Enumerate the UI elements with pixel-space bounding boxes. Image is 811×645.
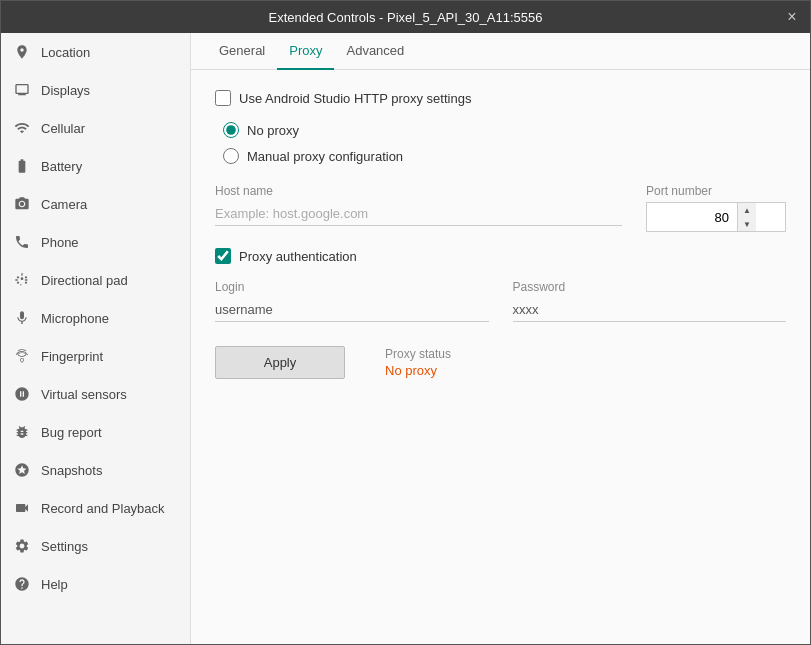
manual-proxy-label: Manual proxy configuration: [247, 149, 403, 164]
sidebar-item-record-playback[interactable]: Record and Playback: [1, 489, 190, 527]
record-icon: [13, 499, 31, 517]
manual-proxy-row: Manual proxy configuration: [223, 148, 786, 164]
use-android-studio-label: Use Android Studio HTTP proxy settings: [239, 91, 471, 106]
fingerprint-icon: [13, 347, 31, 365]
sidebar-item-cellular[interactable]: Cellular: [1, 109, 190, 147]
sidebar-label-snapshots: Snapshots: [41, 463, 102, 478]
microphone-icon: [13, 309, 31, 327]
port-decrement-button[interactable]: ▼: [738, 217, 756, 231]
sidebar-label-cellular: Cellular: [41, 121, 85, 136]
no-proxy-row: No proxy: [223, 122, 786, 138]
no-proxy-label: No proxy: [247, 123, 299, 138]
status-label: Proxy status: [385, 347, 451, 361]
login-value: username: [215, 298, 489, 322]
sidebar-item-battery[interactable]: Battery: [1, 147, 190, 185]
sidebar-label-settings: Settings: [41, 539, 88, 554]
port-label: Port number: [646, 184, 786, 198]
tab-advanced[interactable]: Advanced: [334, 33, 416, 70]
proxy-type-group: No proxy Manual proxy configuration: [223, 122, 786, 164]
port-group: Port number ▲ ▼: [646, 184, 786, 232]
apply-status-row: Apply Proxy status No proxy: [215, 346, 786, 379]
settings-icon: [13, 537, 31, 555]
hostname-group: Host name Example: host.google.com: [215, 184, 622, 226]
password-value: xxxx: [513, 298, 787, 322]
location-icon: [13, 43, 31, 61]
sidebar-label-virtual-sensors: Virtual sensors: [41, 387, 127, 402]
host-value: Example: host.google.com: [215, 202, 622, 226]
battery-icon: [13, 157, 31, 175]
sidebar-label-location: Location: [41, 45, 90, 60]
host-label: Host name: [215, 184, 622, 198]
close-button[interactable]: ×: [782, 7, 802, 27]
sidebar-item-bug-report[interactable]: Bug report: [1, 413, 190, 451]
port-input[interactable]: [647, 206, 737, 229]
status-value: No proxy: [385, 363, 451, 378]
proxy-auth-label: Proxy authentication: [239, 249, 357, 264]
port-increment-button[interactable]: ▲: [738, 203, 756, 217]
main-panel: General Proxy Advanced Use Android Studi…: [191, 33, 810, 644]
port-spinners: ▲ ▼: [737, 203, 756, 231]
proxy-status-group: Proxy status No proxy: [385, 347, 451, 378]
sidebar-item-snapshots[interactable]: Snapshots: [1, 451, 190, 489]
dpad-icon: [13, 271, 31, 289]
sidebar-item-virtual-sensors[interactable]: Virtual sensors: [1, 375, 190, 413]
sidebar-label-record-playback: Record and Playback: [41, 501, 165, 516]
port-input-wrapper: ▲ ▼: [646, 202, 786, 232]
sidebar-item-microphone[interactable]: Microphone: [1, 299, 190, 337]
sidebar-item-displays[interactable]: Displays: [1, 71, 190, 109]
sidebar-item-camera[interactable]: Camera: [1, 185, 190, 223]
sidebar-label-dpad: Directional pad: [41, 273, 128, 288]
sidebar-label-battery: Battery: [41, 159, 82, 174]
displays-icon: [13, 81, 31, 99]
help-icon: [13, 575, 31, 593]
sidebar: Location Displays Cellular Battery: [1, 33, 191, 644]
sidebar-label-bug-report: Bug report: [41, 425, 102, 440]
sidebar-item-settings[interactable]: Settings: [1, 527, 190, 565]
proxy-auth-row: Proxy authentication: [215, 248, 786, 264]
host-port-row: Host name Example: host.google.com Port …: [215, 184, 786, 232]
tab-proxy[interactable]: Proxy: [277, 33, 334, 70]
sidebar-label-microphone: Microphone: [41, 311, 109, 326]
no-proxy-radio[interactable]: [223, 122, 239, 138]
apply-button[interactable]: Apply: [215, 346, 345, 379]
sidebar-label-phone: Phone: [41, 235, 79, 250]
titlebar: Extended Controls - Pixel_5_API_30_A11:5…: [1, 1, 810, 33]
extended-controls-window: Extended Controls - Pixel_5_API_30_A11:5…: [0, 0, 811, 645]
camera-icon: [13, 195, 31, 213]
sidebar-label-displays: Displays: [41, 83, 90, 98]
cellular-icon: [13, 119, 31, 137]
sidebar-item-location[interactable]: Location: [1, 33, 190, 71]
sidebar-label-fingerprint: Fingerprint: [41, 349, 103, 364]
proxy-panel: Use Android Studio HTTP proxy settings N…: [191, 70, 810, 644]
snapshots-icon: [13, 461, 31, 479]
password-label: Password: [513, 280, 787, 294]
login-group: Login username: [215, 280, 489, 322]
sidebar-label-camera: Camera: [41, 197, 87, 212]
bug-report-icon: [13, 423, 31, 441]
sidebar-label-help: Help: [41, 577, 68, 592]
window-title: Extended Controls - Pixel_5_API_30_A11:5…: [269, 10, 543, 25]
phone-icon: [13, 233, 31, 251]
proxy-auth-checkbox[interactable]: [215, 248, 231, 264]
sidebar-item-phone[interactable]: Phone: [1, 223, 190, 261]
password-group: Password xxxx: [513, 280, 787, 322]
tab-bar: General Proxy Advanced: [191, 33, 810, 70]
sidebar-item-help[interactable]: Help: [1, 565, 190, 603]
auth-fields-row: Login username Password xxxx: [215, 280, 786, 322]
use-android-studio-row: Use Android Studio HTTP proxy settings: [215, 90, 786, 106]
tab-general[interactable]: General: [207, 33, 277, 70]
sidebar-item-directional-pad[interactable]: Directional pad: [1, 261, 190, 299]
content-area: Location Displays Cellular Battery: [1, 33, 810, 644]
login-label: Login: [215, 280, 489, 294]
virtual-sensors-icon: [13, 385, 31, 403]
manual-proxy-radio[interactable]: [223, 148, 239, 164]
use-android-studio-checkbox[interactable]: [215, 90, 231, 106]
sidebar-item-fingerprint[interactable]: Fingerprint: [1, 337, 190, 375]
